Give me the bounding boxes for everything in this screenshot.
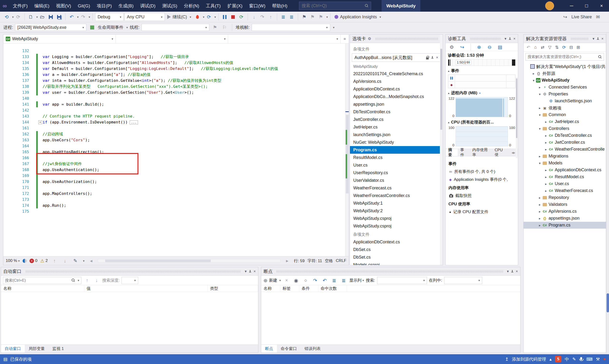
show-output-button[interactable]: ≣: [280, 13, 287, 21]
zoom-in-icon[interactable]: ⊕: [475, 43, 483, 51]
import-breakpoints-icon[interactable]: ↶: [321, 276, 328, 285]
live-share-label[interactable]: Live Share: [571, 14, 592, 20]
expander-icon[interactable]: ▸: [537, 203, 542, 207]
tree-row[interactable]: ⚙launchSettings.json: [524, 98, 606, 104]
close-icon[interactable]: ×: [436, 55, 438, 60]
tree-row[interactable]: ▸▣依赖项: [524, 104, 606, 111]
expander-icon[interactable]: ▸: [544, 120, 548, 124]
lifecycle-caret[interactable]: ▾: [126, 26, 128, 29]
menu-item[interactable]: 编辑(E): [31, 0, 52, 12]
code-line[interactable]: 142: [3, 107, 349, 113]
code-line[interactable]: 173: [3, 196, 349, 202]
save-button[interactable]: [47, 13, 54, 21]
tool-window-tab[interactable]: 监视 1: [49, 345, 67, 352]
tree-row[interactable]: ▸C#JwtController.cs: [524, 139, 606, 146]
expander-icon[interactable]: ▸: [544, 182, 548, 186]
record-cpu-link[interactable]: ●记录 CPU 配置文件: [448, 209, 515, 215]
document-tab[interactable]: ApplicationDbContext.cs: [350, 85, 443, 93]
new-file-button[interactable]: 🗋: [27, 13, 35, 21]
hot-reload-button[interactable]: [194, 13, 201, 21]
menu-item[interactable]: Git(G): [75, 0, 93, 12]
menu-item[interactable]: 扩展(X): [224, 0, 246, 12]
expander-icon[interactable]: ▾: [537, 113, 542, 117]
document-tab[interactable]: UserValidator.cs: [350, 177, 443, 184]
column-header[interactable]: 值: [84, 285, 208, 292]
column-header[interactable]: 名称: [1, 285, 84, 292]
tree-row[interactable]: ▾⚙Properties: [524, 91, 606, 98]
expander-icon[interactable]: ▸: [544, 147, 548, 151]
document-tab[interactable]: NuGet: WebApiStudy: [350, 139, 443, 146]
document-tab[interactable]: WebApiStudy:1: [350, 199, 443, 207]
red-dot-icon[interactable]: ●: [603, 357, 606, 362]
tree-row[interactable]: ▾C#WebApiStudy: [524, 77, 606, 84]
lifecycle-label[interactable]: 生命周期事件: [98, 25, 123, 30]
stack-frame-dropdown[interactable]: ▾: [252, 24, 330, 31]
hot-reload-caret[interactable]: ▾: [203, 15, 205, 19]
expander-icon[interactable]: ▸: [537, 223, 542, 227]
breakpoints-grid-body[interactable]: [261, 292, 520, 344]
document-tab[interactable]: User.cs: [350, 161, 443, 169]
minimize-button[interactable]: ─: [564, 0, 579, 12]
warning-count[interactable]: ⚠2: [40, 258, 48, 264]
tree-row[interactable]: ▸Validators: [524, 201, 606, 208]
autos-search-box[interactable]: ▾: [3, 277, 81, 284]
tree-row[interactable]: ▸C#Program.cs: [524, 222, 606, 229]
take-snapshot-link[interactable]: 截取快照: [448, 193, 515, 198]
navigate-forward-icon[interactable]: ⟳: [14, 13, 22, 21]
close-icon[interactable]: ×: [513, 37, 516, 41]
redo-caret[interactable]: ▾: [89, 15, 91, 19]
tool-window-tab[interactable]: 命令窗口: [277, 345, 301, 352]
bp-search-box[interactable]: ▾: [377, 277, 427, 284]
document-tab[interactable]: WebApiStudy:2: [350, 207, 443, 215]
scroll-left-arrow[interactable]: ◀: [87, 257, 95, 265]
column-header[interactable]: 命中次数: [318, 285, 347, 292]
toolbar-overflow-caret[interactable]: ▾: [333, 26, 335, 29]
tree-row[interactable]: ▸C#ApplicationDbContext.cs: [524, 167, 606, 173]
next-issue-button[interactable]: ↓: [61, 257, 69, 265]
code-line[interactable]: 143// Configure the HTTP request pipelin…: [3, 113, 349, 119]
document-tab[interactable]: ApplicationDbCo...ModelSnapshot.cs: [350, 93, 443, 100]
pen-icon[interactable]: ✎: [572, 357, 576, 362]
undo-button[interactable]: ↶: [68, 13, 75, 21]
diag-tab[interactable]: 内存使用率: [470, 149, 492, 156]
code-line[interactable]: 175: [3, 208, 349, 214]
collapsed-region-box[interactable]: ...: [130, 120, 138, 124]
show-all-files-icon[interactable]: ⊞: [575, 43, 582, 52]
prev-issue-button[interactable]: ↑: [51, 257, 58, 265]
code-line[interactable]: 141var app = builder.Build();: [3, 101, 349, 107]
pin-icon[interactable]: [511, 270, 514, 273]
back-icon[interactable]: ↶: [525, 43, 532, 52]
menu-item[interactable]: 视图(V): [53, 0, 75, 12]
tree-row[interactable]: 解决方案"WebApiStudy"(1 个项目/共: [524, 63, 606, 70]
debug-target-dropdown[interactable]: Debug▾: [95, 13, 124, 21]
bp-in-column-box[interactable]: ▾: [444, 277, 482, 284]
process-dropdown[interactable]: [26628] WebApiStudy.exe▾: [15, 24, 86, 31]
thread-dropdown[interactable]: ▾: [142, 24, 209, 31]
chart-icon[interactable]: ▤: [496, 43, 504, 51]
sogou-ime-icon[interactable]: S: [555, 356, 561, 362]
split-editor-icon[interactable]: ≡: [341, 35, 349, 43]
tool-window-tab[interactable]: 局部变量: [25, 345, 49, 352]
next-bookmark-button[interactable]: ⚑: [317, 13, 325, 21]
expander-icon[interactable]: ▸: [537, 154, 542, 158]
flag-outline-icon[interactable]: ⚐: [221, 23, 228, 31]
expander-icon[interactable]: ▸: [544, 168, 548, 172]
live-share-icon[interactable]: ↪: [561, 13, 569, 21]
pin-icon[interactable]: [596, 37, 599, 40]
search-depth-dropdown[interactable]: ▾: [122, 277, 138, 284]
user-avatar[interactable]: [545, 1, 554, 10]
new-breakpoint-button[interactable]: ⊕新建▾: [263, 276, 281, 285]
enable-all-breakpoints-icon[interactable]: ○: [302, 276, 310, 285]
chevron-down-icon[interactable]: ▾: [593, 36, 595, 41]
switch-views-icon[interactable]: ⇄: [539, 43, 546, 52]
source-control-caret[interactable]: ▴: [550, 357, 552, 362]
scrollbar-thumb[interactable]: [516, 78, 518, 138]
expander-icon[interactable]: ▸: [544, 134, 548, 138]
tree-row[interactable]: ▸C#WeatherForecastControlle: [524, 146, 606, 153]
code-line[interactable]: 135var Default = builder.Configuration["…: [3, 66, 349, 72]
code-line[interactable]: 174app.Run();: [3, 202, 349, 208]
break-all-button[interactable]: [221, 13, 229, 21]
fold-expand-icon[interactable]: +: [38, 120, 42, 124]
code-line[interactable]: 138//获取并序列化为某某类型 Configuration.GetSectio…: [3, 83, 349, 90]
diag-tab[interactable]: 摘要: [446, 149, 458, 156]
